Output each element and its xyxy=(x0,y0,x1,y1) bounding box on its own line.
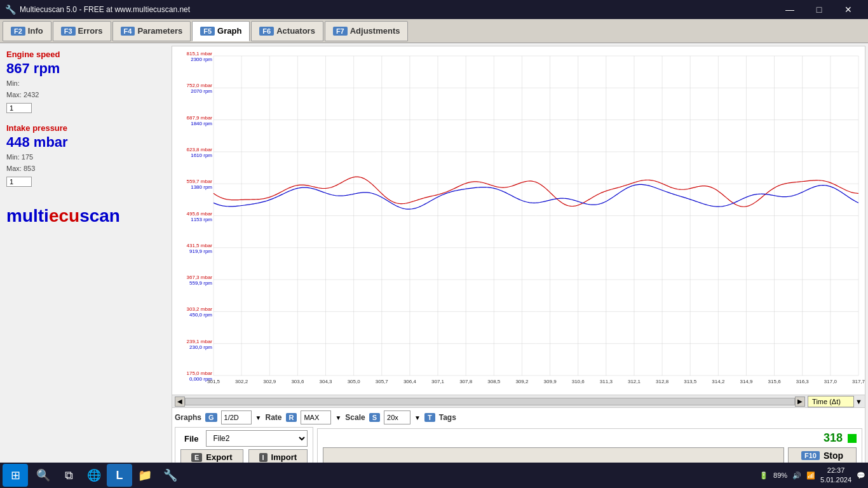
import-label: Import xyxy=(271,452,297,462)
rate-label: Rate xyxy=(265,413,281,422)
dropdown-arrow-icon: ▼ xyxy=(855,398,862,405)
taskview-button[interactable]: ⧉ xyxy=(56,464,81,487)
file-label: File xyxy=(180,434,202,444)
engine-speed-scale[interactable]: 1 xyxy=(6,103,32,113)
left-panel: Engine speed 867 rpm Min: Max: 2432 1 In… xyxy=(0,43,172,471)
tab-actuators-label: Actuators xyxy=(276,26,315,36)
tab-errors-fkey: F3 xyxy=(61,27,76,36)
minimize-button[interactable]: — xyxy=(775,0,804,19)
scrollbar-area: ◀ ▶ Time (Δt) ▼ xyxy=(172,395,865,407)
maximize-button[interactable]: □ xyxy=(804,0,834,19)
scroll-track[interactable] xyxy=(185,398,795,405)
tab-info-label: Info xyxy=(28,26,43,36)
engine-speed-block: Engine speed 867 rpm Min: Max: 2432 1 xyxy=(6,50,165,113)
tab-info-fkey: F2 xyxy=(11,27,25,36)
tab-actuators[interactable]: F6 Actuators xyxy=(251,21,323,41)
taskbar: ⊞ 🔍 ⧉ 🌐 L 📁 🔧 🔋 89% 🔊 📶 22:37 5.01.2024 … xyxy=(0,463,868,488)
rate-key: R xyxy=(286,413,297,422)
tags-key: T xyxy=(424,413,435,422)
tab-adjustments-label: Adjustments xyxy=(350,26,400,36)
stop-label: Stop xyxy=(824,451,843,461)
graphs-arrow-icon: ▼ xyxy=(255,414,262,421)
tab-errors-label: Errors xyxy=(78,26,103,36)
title-text: Multiecuscan 5.0 - FREE at www.multiecus… xyxy=(20,5,190,14)
chrome-icon[interactable]: 🌐 xyxy=(81,464,107,487)
counter-section: 318 F10 Stop xyxy=(317,428,862,467)
rate-select[interactable]: MAX xyxy=(301,410,331,424)
taskbar-right: 🔋 89% 🔊 📶 22:37 5.01.2024 💬 xyxy=(759,466,865,485)
export-label: Export xyxy=(206,452,232,462)
tags-label: Tags xyxy=(439,413,456,422)
rate-arrow-icon: ▼ xyxy=(335,414,341,421)
logo: multiecuscan xyxy=(6,206,165,226)
time-dropdown[interactable]: Time (Δt) xyxy=(808,396,854,407)
tab-parameters[interactable]: F4 Parameters xyxy=(112,21,191,41)
control-row: Graphs G 1/2D ▼ Rate R MAX ▼ Scale S 20x… xyxy=(175,410,862,424)
tab-parameters-label: Parameters xyxy=(137,26,182,36)
stop-key: F10 xyxy=(801,451,820,460)
clock: 22:37 5.01.2024 xyxy=(820,466,851,485)
file-counter: 318 xyxy=(824,431,843,445)
intake-pressure-block: Intake pressure 448 mbar Min: 175 Max: 8… xyxy=(6,123,165,187)
engine-speed-value: 867 rpm xyxy=(6,60,165,77)
status-indicator xyxy=(848,434,857,443)
graphs-label: Graphs xyxy=(175,413,201,422)
clock-time: 22:37 xyxy=(820,466,851,475)
scale-key: S xyxy=(369,413,380,422)
app-title: 🔧 Multiecuscan 5.0 - FREE at www.multiec… xyxy=(5,4,775,15)
search-taskbar-button[interactable]: 🔍 xyxy=(31,464,56,487)
tab-graph[interactable]: F5 Graph xyxy=(192,21,250,41)
main-content: Engine speed 867 rpm Min: Max: 2432 1 In… xyxy=(0,43,868,471)
app-icon[interactable]: 🔧 xyxy=(158,464,183,487)
intake-pressure-label: Intake pressure xyxy=(6,123,165,133)
scroll-left-button[interactable]: ◀ xyxy=(175,396,185,407)
battery-level: 89% xyxy=(773,471,787,479)
file-select[interactable]: File2 xyxy=(206,430,308,447)
titlebar: 🔧 Multiecuscan 5.0 - FREE at www.multiec… xyxy=(0,0,868,19)
chart-area: Engine speed Intake pressure ◀ ▶ Time (Δ… xyxy=(172,46,865,471)
scale-label: Scale xyxy=(345,413,365,422)
l-icon[interactable]: L xyxy=(107,464,132,487)
logo-area: multiecuscan xyxy=(6,206,165,226)
bottom-controls: Graphs G 1/2D ▼ Rate R MAX ▼ Scale S 20x… xyxy=(172,407,865,471)
intake-pressure-minmax: Min: 175 Max: 853 xyxy=(6,152,165,174)
chart-container: Engine speed Intake pressure xyxy=(172,46,865,395)
tab-adjustments[interactable]: F7 Adjustments xyxy=(325,21,409,41)
clock-date: 5.01.2024 xyxy=(820,475,851,485)
graph-canvas xyxy=(172,46,865,395)
import-key: I xyxy=(259,453,268,462)
tab-info[interactable]: F2 Info xyxy=(3,21,51,41)
tab-adjustments-fkey: F7 xyxy=(333,27,348,36)
intake-pressure-scale[interactable]: 1 xyxy=(6,177,32,187)
graphs-key: G xyxy=(205,413,217,422)
start-button[interactable]: ⊞ xyxy=(3,464,28,487)
tabbar: F2 Info F3 Errors F4 Parameters F5 Graph… xyxy=(0,19,868,43)
graphs-select[interactable]: 1/2D xyxy=(221,410,252,424)
tab-graph-label: Graph xyxy=(217,26,241,36)
close-button[interactable]: ✕ xyxy=(834,0,863,19)
tab-parameters-fkey: F4 xyxy=(121,27,135,36)
scale-select[interactable]: 20x xyxy=(384,410,410,424)
export-key: E xyxy=(191,453,202,462)
stop-button[interactable]: F10 Stop xyxy=(788,447,857,464)
scale-arrow-icon: ▼ xyxy=(414,414,421,421)
engine-speed-min: Min: Max: 2432 xyxy=(6,78,165,100)
explorer-icon[interactable]: 📁 xyxy=(132,464,158,487)
network-icon: 📶 xyxy=(806,471,815,480)
battery-icon: 🔋 xyxy=(759,471,768,480)
progress-bar xyxy=(323,447,784,464)
tab-actuators-fkey: F6 xyxy=(259,27,274,36)
tab-graph-fkey: F5 xyxy=(200,27,215,36)
intake-pressure-value: 448 mbar xyxy=(6,134,165,151)
tab-errors[interactable]: F3 Errors xyxy=(53,21,111,41)
volume-icon: 🔊 xyxy=(792,471,801,480)
engine-speed-label: Engine speed xyxy=(6,50,165,59)
notification-icon: 💬 xyxy=(857,471,865,480)
scroll-right-button[interactable]: ▶ xyxy=(795,396,805,407)
